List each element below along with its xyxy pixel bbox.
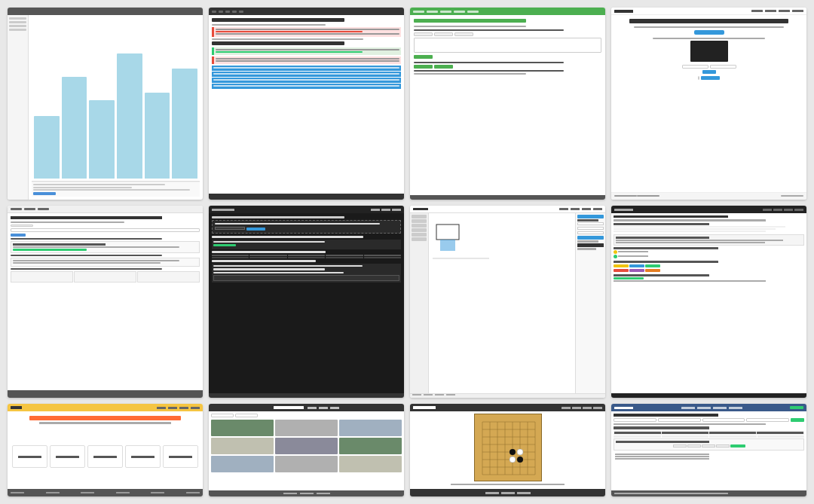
nav-item bbox=[467, 11, 479, 13]
bottom-bar bbox=[410, 195, 605, 200]
activity-log bbox=[614, 223, 804, 232]
category-input[interactable] bbox=[702, 418, 745, 422]
nav-transactions[interactable] bbox=[697, 407, 711, 409]
option-btn[interactable] bbox=[414, 32, 433, 36]
scan-btn[interactable] bbox=[645, 269, 660, 272]
text-line bbox=[213, 241, 325, 243]
word-card-apple[interactable] bbox=[12, 445, 47, 468]
nav-settings[interactable] bbox=[729, 407, 742, 409]
card-word-learning bbox=[8, 404, 203, 496]
word-card-orange[interactable] bbox=[125, 445, 161, 468]
property-input[interactable] bbox=[577, 231, 604, 234]
transaction-form-row bbox=[614, 418, 804, 422]
nav-item bbox=[559, 208, 568, 210]
color-input[interactable] bbox=[577, 243, 604, 247]
tool-button[interactable] bbox=[412, 228, 427, 232]
scan-btn[interactable] bbox=[629, 264, 644, 267]
logo bbox=[413, 208, 428, 210]
description-input[interactable] bbox=[658, 418, 701, 422]
footer-link bbox=[300, 493, 314, 494]
tool-button[interactable] bbox=[412, 215, 427, 218]
image-item[interactable] bbox=[211, 420, 274, 436]
word-card-grape[interactable] bbox=[163, 445, 198, 468]
option-btn[interactable] bbox=[454, 32, 473, 36]
property-input[interactable] bbox=[577, 227, 604, 230]
canvas-area[interactable] bbox=[429, 213, 575, 393]
start-time-input[interactable] bbox=[682, 65, 708, 69]
image-item[interactable] bbox=[211, 438, 274, 454]
svg-rect-0 bbox=[436, 225, 459, 240]
nav-reports[interactable] bbox=[713, 407, 727, 409]
location-input[interactable] bbox=[698, 76, 699, 80]
word-card-banana[interactable] bbox=[50, 445, 85, 468]
scan-btn[interactable] bbox=[629, 269, 644, 272]
report-input[interactable] bbox=[716, 444, 730, 447]
game-board[interactable] bbox=[474, 414, 542, 481]
upload-button[interactable] bbox=[246, 228, 265, 231]
url-input[interactable] bbox=[11, 228, 200, 232]
nav-item bbox=[794, 209, 803, 211]
footer bbox=[8, 489, 203, 496]
image-item[interactable] bbox=[275, 420, 338, 436]
tool-button[interactable] bbox=[412, 237, 427, 241]
category-select[interactable] bbox=[235, 414, 258, 417]
schedule-indicator bbox=[614, 250, 617, 254]
add-transaction-button[interactable] bbox=[791, 418, 804, 422]
report-input[interactable] bbox=[673, 444, 687, 447]
word-label bbox=[93, 456, 118, 458]
nav-dashboard[interactable] bbox=[681, 407, 695, 409]
trim-button[interactable] bbox=[702, 70, 716, 74]
schedule-indicator bbox=[614, 255, 617, 258]
end-time-input[interactable] bbox=[710, 65, 736, 69]
blue-section bbox=[212, 66, 401, 89]
date-input[interactable] bbox=[614, 418, 656, 422]
tool-button[interactable] bbox=[412, 233, 427, 237]
edit-btn[interactable] bbox=[414, 65, 433, 69]
file-input[interactable] bbox=[215, 227, 245, 230]
image-item[interactable] bbox=[339, 420, 402, 436]
col-header bbox=[614, 432, 661, 434]
nav-item bbox=[168, 407, 177, 409]
processing-status bbox=[212, 240, 401, 250]
footer-btn[interactable] bbox=[485, 492, 499, 494]
randomize-select[interactable] bbox=[211, 414, 234, 417]
image-item[interactable] bbox=[339, 438, 402, 454]
navbar bbox=[410, 404, 605, 411]
report-input[interactable] bbox=[702, 444, 715, 447]
tool-button[interactable] bbox=[412, 219, 427, 223]
image-item[interactable] bbox=[211, 456, 274, 472]
word-label bbox=[56, 456, 80, 458]
select-button[interactable] bbox=[577, 215, 604, 218]
footer-btn[interactable] bbox=[517, 492, 531, 494]
image-item[interactable] bbox=[275, 438, 338, 454]
text-line bbox=[414, 62, 564, 63]
svg-point-19 bbox=[510, 449, 516, 455]
text-input[interactable] bbox=[414, 38, 601, 53]
card-image-display bbox=[209, 404, 404, 496]
property-input[interactable] bbox=[577, 222, 604, 225]
save-button[interactable] bbox=[701, 76, 720, 80]
publish-btn[interactable] bbox=[434, 65, 453, 69]
footer-link bbox=[151, 492, 164, 494]
generate-report-button[interactable] bbox=[730, 444, 745, 447]
scan-btn[interactable] bbox=[614, 264, 629, 267]
word-card-cherry[interactable] bbox=[87, 445, 123, 468]
action-button[interactable] bbox=[33, 192, 56, 195]
label bbox=[11, 225, 33, 227]
scan-btn[interactable] bbox=[614, 269, 629, 272]
amount-input[interactable] bbox=[746, 418, 789, 422]
image-grid bbox=[211, 420, 402, 472]
schedule-label bbox=[618, 255, 648, 257]
image-item[interactable] bbox=[339, 456, 402, 472]
image-item[interactable] bbox=[275, 456, 338, 472]
report-input[interactable] bbox=[687, 444, 701, 447]
scan-btn[interactable] bbox=[645, 264, 660, 267]
nav-item bbox=[330, 407, 339, 409]
nav-item bbox=[308, 407, 317, 409]
submit-button[interactable] bbox=[414, 55, 433, 59]
footer-btn[interactable] bbox=[501, 492, 515, 494]
upload-video-button[interactable] bbox=[694, 30, 724, 35]
tool-button[interactable] bbox=[412, 224, 427, 228]
select-button[interactable] bbox=[577, 236, 604, 240]
option-btn[interactable] bbox=[434, 32, 453, 36]
